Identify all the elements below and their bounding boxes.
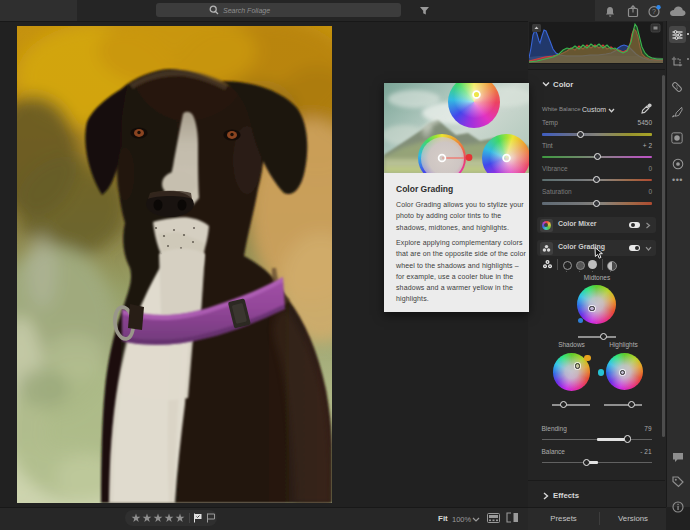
- svg-text:?: ?: [652, 8, 656, 15]
